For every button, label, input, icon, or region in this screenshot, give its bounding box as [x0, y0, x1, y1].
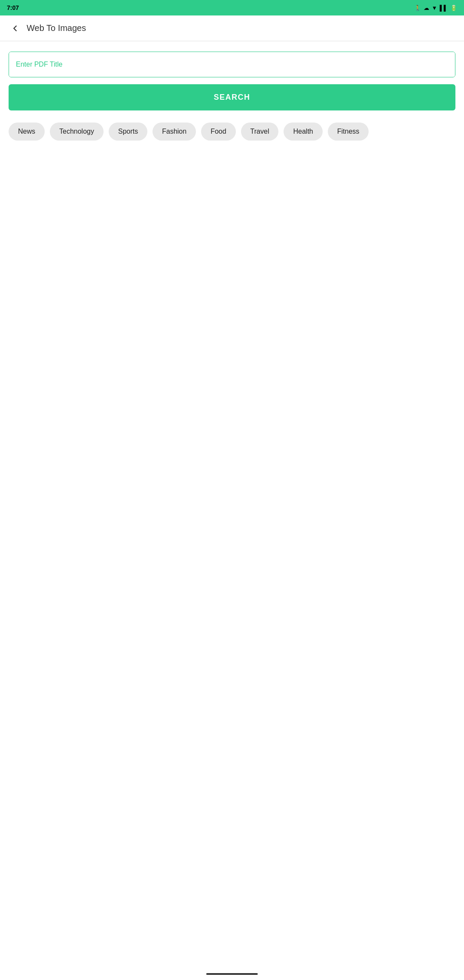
- status-time: 7:07: [7, 4, 19, 11]
- app-bar: Web To Images: [0, 15, 464, 41]
- wifi-icon: ▼: [432, 5, 437, 11]
- search-button[interactable]: SEARCH: [9, 84, 455, 110]
- back-button[interactable]: [7, 20, 23, 37]
- chip-health[interactable]: Health: [284, 122, 322, 141]
- main-content: SEARCH News Technology Sports Fashion Fo…: [0, 41, 464, 149]
- cloud-icon: ☁: [424, 5, 429, 11]
- bottom-bar: [0, 968, 464, 980]
- chip-food[interactable]: Food: [201, 122, 235, 141]
- walk-icon: 🚶: [414, 5, 421, 11]
- search-input[interactable]: [9, 52, 455, 77]
- chip-travel[interactable]: Travel: [241, 122, 279, 141]
- signal-icon: ▌▌: [440, 5, 448, 11]
- status-bar: 7:07 🚶 ☁ ▼ ▌▌ 🔋: [0, 0, 464, 15]
- chips-container: News Technology Sports Fashion Food Trav…: [9, 122, 455, 141]
- chip-fitness[interactable]: Fitness: [328, 122, 369, 141]
- chip-news[interactable]: News: [9, 122, 45, 141]
- page-title: Web To Images: [27, 23, 86, 33]
- chip-technology[interactable]: Technology: [50, 122, 104, 141]
- chip-sports[interactable]: Sports: [109, 122, 147, 141]
- chip-fashion[interactable]: Fashion: [153, 122, 196, 141]
- battery-icon: 🔋: [450, 5, 457, 11]
- search-input-container: [9, 52, 455, 77]
- status-icons: 🚶 ☁ ▼ ▌▌ 🔋: [414, 5, 457, 11]
- bottom-indicator: [206, 973, 258, 975]
